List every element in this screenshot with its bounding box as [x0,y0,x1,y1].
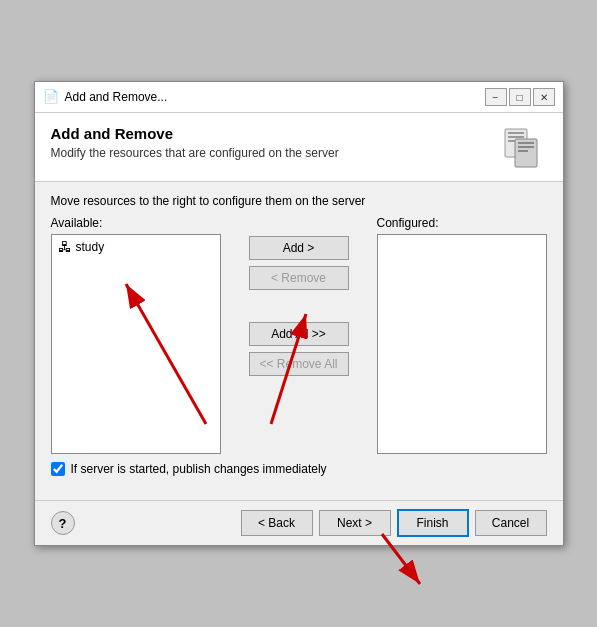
header-section: Add and Remove Modify the resources that… [35,113,563,182]
remove-all-button[interactable]: << Remove All [249,352,349,376]
svg-rect-1 [508,132,524,134]
footer-right: < Back Next > Finish Cancel [241,509,547,537]
help-button[interactable]: ? [51,511,75,535]
title-bar-left: 📄 Add and Remove... [43,89,168,105]
add-button[interactable]: Add > [249,236,349,260]
maximize-button[interactable]: □ [509,88,531,106]
back-button[interactable]: < Back [241,510,313,536]
configured-list[interactable] [377,234,547,454]
next-button[interactable]: Next > [319,510,391,536]
remove-button[interactable]: < Remove [249,266,349,290]
item-name: study [76,240,105,254]
header-text: Add and Remove Modify the resources that… [51,125,339,160]
svg-rect-2 [508,136,524,138]
page-title: Add and Remove [51,125,339,142]
footer: ? < Back Next > Finish Cancel [35,501,563,545]
close-button[interactable]: ✕ [533,88,555,106]
minimize-button[interactable]: − [485,88,507,106]
transfer-buttons: Add > < Remove Add All >> << Remove All [221,216,377,376]
available-section: Available: 🖧 study [51,216,221,454]
publish-label: If server is started, publish changes im… [71,462,327,476]
configured-section: Configured: [377,216,547,454]
footer-left: ? [51,511,75,535]
page-subtitle: Modify the resources that are configured… [51,146,339,160]
title-bar: 📄 Add and Remove... − □ ✕ [35,82,563,113]
content-area: Move resources to the right to configure… [35,182,563,488]
server-icon [499,125,547,173]
dialog: 📄 Add and Remove... − □ ✕ Add and Remove… [34,81,564,546]
svg-rect-6 [518,146,534,148]
instruction-text: Move resources to the right to configure… [51,194,547,208]
add-all-button[interactable]: Add All >> [249,322,349,346]
publish-checkbox[interactable] [51,462,65,476]
finish-button[interactable]: Finish [397,509,469,537]
list-item[interactable]: 🖧 study [54,237,218,257]
configured-label: Configured: [377,216,547,230]
dialog-icon: 📄 [43,89,59,105]
checkbox-row: If server is started, publish changes im… [51,462,547,476]
svg-rect-7 [518,150,528,152]
cancel-button[interactable]: Cancel [475,510,547,536]
title-bar-text: Add and Remove... [65,90,168,104]
item-icon: 🖧 [58,239,72,255]
available-list[interactable]: 🖧 study [51,234,221,454]
available-label: Available: [51,216,221,230]
svg-rect-5 [518,142,534,144]
title-bar-controls: − □ ✕ [485,88,555,106]
